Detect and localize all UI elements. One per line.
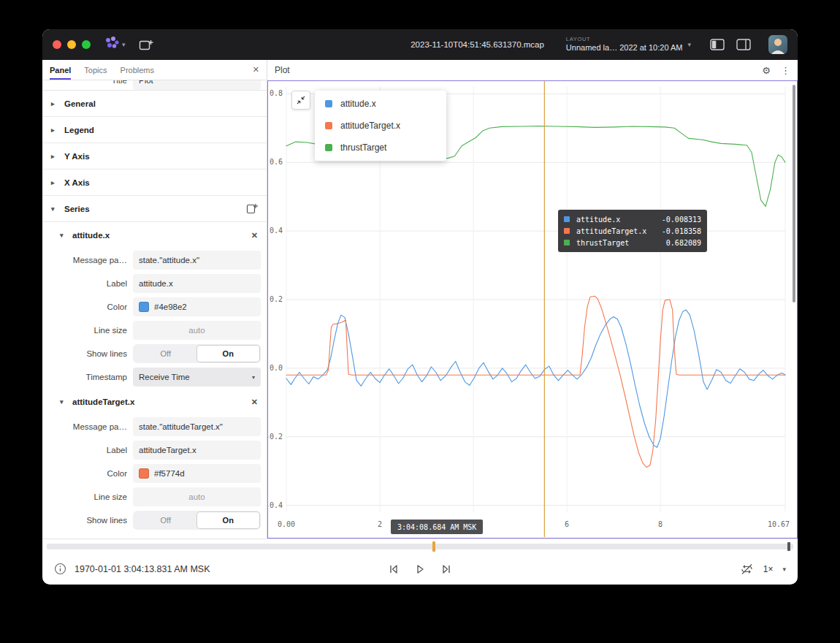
series-header-attitude-target-x[interactable]: ▾ attitudeTarget.x ✕ (42, 389, 267, 415)
label-input[interactable]: attitude.x (133, 274, 261, 293)
svg-text:0.6: 0.6 (270, 158, 283, 166)
tab-problems[interactable]: Problems (121, 60, 154, 80)
info-button[interactable] (54, 563, 66, 575)
right-sidebar-icon (736, 39, 751, 50)
legend-dropdown: attitude.xattitudeTarget.xthrustTarget (315, 91, 446, 161)
play-button[interactable] (414, 563, 426, 575)
svg-text:-0.2: -0.2 (268, 433, 283, 441)
collapse-icon (296, 95, 306, 105)
legend-menu-item[interactable]: attitudeTarget.x (315, 115, 446, 137)
playback-bar: 1970-01-01 3:04:13.831 AM MSK (42, 553, 798, 585)
scrubber-playhead-marker[interactable] (432, 541, 435, 552)
chevron-down-icon: ▾ (252, 374, 255, 381)
section-label: Legend (64, 126, 94, 134)
collapse-legend-button[interactable] (291, 91, 310, 110)
close-sidebar-button[interactable]: ✕ (253, 60, 259, 80)
playback-speed[interactable]: 1× (763, 564, 774, 574)
chevron-right-icon: ▸ (51, 179, 58, 186)
loop-off-button[interactable] (740, 563, 754, 575)
tooltip-row: attitudeTarget.x-0.018358 (564, 225, 701, 237)
zoom-window-button[interactable] (82, 40, 91, 49)
field-label: Show lines (42, 516, 127, 525)
tooltip-series-value: -0.018358 (657, 227, 701, 235)
field-label: Message pa… (42, 256, 127, 265)
svg-text:6: 6 (565, 520, 569, 528)
app-window: ▾ 2023-11-10T04:51:45.631370.mcap LAYOUT… (42, 29, 798, 585)
legend-menu-item[interactable]: attitude.x (315, 93, 446, 115)
left-sidebar-toggle-button[interactable] (710, 39, 725, 50)
field-label: Label (42, 446, 127, 454)
vertical-scrollbar[interactable] (793, 85, 795, 303)
svg-text:0.4: 0.4 (270, 227, 283, 235)
svg-text:10.67: 10.67 (768, 520, 790, 528)
scrubber-end-marker (787, 542, 790, 551)
info-icon (54, 563, 66, 575)
tab-panel[interactable]: Panel (50, 60, 71, 80)
right-sidebar-toggle-button[interactable] (736, 39, 751, 50)
remove-series-button[interactable]: ✕ (251, 397, 258, 407)
tooltip-row: thrustTarget0.682089 (564, 237, 701, 248)
show-lines-toggle: Off On (133, 344, 261, 363)
title-field-label: Title (42, 80, 127, 85)
remove-series-button[interactable]: ✕ (251, 231, 258, 240)
gear-icon[interactable]: ⚙ (762, 66, 771, 75)
scrubber-track[interactable] (47, 544, 793, 549)
section-legend[interactable]: ▸ Legend (42, 117, 267, 143)
field-label: Color (42, 303, 127, 311)
section-y-axis[interactable]: ▸ Y Axis (42, 143, 267, 170)
color-input[interactable]: #f5774d (133, 464, 261, 483)
section-x-axis[interactable]: ▸ X Axis (42, 170, 267, 196)
seek-start-button[interactable] (388, 563, 400, 575)
message-path-input[interactable]: state."attitudeTarget.x" (133, 417, 261, 436)
field-label: Label (42, 279, 127, 288)
timeline-scrubber[interactable] (42, 539, 798, 553)
plot-canvas[interactable]: 0.80.60.40.20.0-0.2-0.40.00246810.67 att… (267, 80, 798, 539)
show-lines-off-button[interactable]: Off (134, 512, 197, 528)
show-lines-toggle: Off On (133, 511, 261, 530)
plot-panel-header: Plot ⚙ ⋮ (267, 60, 798, 80)
section-label: Y Axis (64, 152, 90, 161)
color-input[interactable]: #4e98e2 (133, 297, 261, 316)
seek-end-button[interactable] (440, 563, 452, 575)
kebab-menu-icon[interactable]: ⋮ (781, 66, 790, 75)
message-path-input[interactable]: state."attitude.x" (133, 251, 261, 270)
line-size-input[interactable]: auto (133, 487, 261, 506)
chevron-down-icon: ▾ (60, 232, 67, 239)
line-size-input[interactable]: auto (133, 321, 261, 340)
field-label: Line size (42, 492, 127, 501)
panel-title: Plot (275, 65, 290, 75)
foxglove-logo-icon (104, 36, 120, 53)
layout-selector[interactable]: LAYOUT Unnamed la… 2022 at 10:20 AM ▾ (566, 37, 691, 52)
section-general[interactable]: ▸ General (42, 91, 267, 117)
settings-sidebar: Panel Topics Problems ✕ Title Plot ▸ Gen… (42, 60, 267, 539)
tab-topics[interactable]: Topics (84, 60, 107, 80)
section-series[interactable]: ▾ Series (42, 196, 267, 222)
section-label: General (64, 99, 96, 108)
series-header-attitude-x[interactable]: ▾ attitude.x ✕ (42, 222, 267, 248)
add-series-button[interactable] (246, 203, 258, 214)
legend-series-label: attitude.x (340, 99, 376, 109)
section-label: X Axis (64, 178, 90, 187)
timestamp-select[interactable]: Receive Time ▾ (133, 368, 261, 387)
minimize-window-button[interactable] (67, 40, 76, 49)
series-color-swatch (325, 100, 332, 107)
chevron-right-icon: ▸ (51, 153, 58, 160)
title-field[interactable]: Plot (133, 80, 261, 90)
show-lines-on-button[interactable]: On (197, 512, 260, 528)
show-lines-on-button[interactable]: On (197, 346, 260, 362)
close-window-button[interactable] (53, 40, 61, 49)
tooltip-series-name: attitudeTarget.x (576, 227, 652, 235)
legend-menu-item[interactable]: thrustTarget (315, 137, 446, 159)
add-panel-button[interactable] (139, 39, 153, 51)
field-label: Timestamp (42, 373, 127, 381)
chevron-down-icon[interactable]: ▾ (782, 566, 786, 573)
svg-text:2: 2 (378, 520, 382, 528)
show-lines-off-button[interactable]: Off (134, 346, 197, 362)
label-input[interactable]: attitudeTarget.x (133, 441, 261, 460)
user-avatar[interactable] (768, 35, 787, 54)
seek-start-icon (388, 563, 400, 575)
field-label: Line size (42, 326, 127, 335)
app-menu-button[interactable]: ▾ (104, 36, 126, 53)
series-color-swatch[interactable] (139, 302, 149, 312)
series-color-swatch[interactable] (139, 468, 149, 479)
